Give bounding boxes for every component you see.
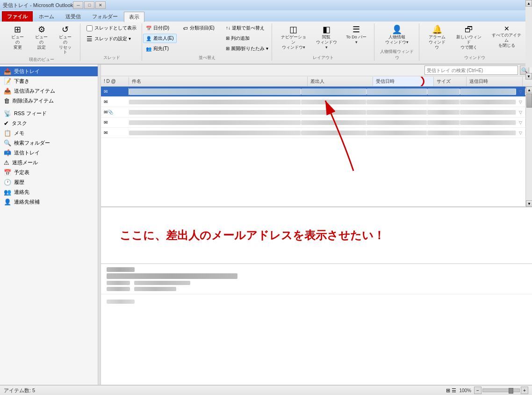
search-bar: 🔍 xyxy=(101,65,532,76)
col-header-sent[interactable]: 送信日時 xyxy=(467,77,523,86)
sort-date-button[interactable]: 📅 日付(D) xyxy=(143,23,176,33)
sidebar-item-memo[interactable]: 📋 メモ xyxy=(0,128,98,138)
search-folders-label: 検索フォルダー xyxy=(14,139,50,146)
email-row[interactable]: ✉ ▽ xyxy=(101,87,525,97)
email-flag-cell[interactable]: ▽ xyxy=(516,88,525,95)
close-all-label: すべてのアイテムを閉じる xyxy=(491,33,522,48)
sort-sender-button[interactable]: 👤 差出人(E) xyxy=(143,34,176,43)
thread-show-label: スレッドとして表示 xyxy=(94,25,137,31)
people-window-button[interactable]: 👤 人物情報ウィンドウ▾ xyxy=(382,23,412,47)
sort-recipient-button[interactable]: 👥 宛先(T) xyxy=(143,44,176,53)
email-flag-cell[interactable]: ▽ xyxy=(516,119,525,126)
deleted-label: 削除済みアイテム xyxy=(13,97,54,104)
thread-settings-button[interactable]: ☰ スレッドの設定 ▾ xyxy=(84,34,139,44)
alarm-button[interactable]: 🔔 アラームウィンドウ xyxy=(424,23,450,51)
sort-category-button[interactable]: 🏷 分類項目(E) xyxy=(180,23,217,33)
sidebar-item-search-folders[interactable]: 🔍 検索フォルダー xyxy=(0,138,98,148)
alarm-label: アラームウィンドウ xyxy=(427,35,447,50)
reading-window-button[interactable]: ◧ 閲覧ウィンドウ▾ xyxy=(312,23,340,51)
email-row[interactable]: ✉ ▽ xyxy=(101,117,525,128)
sidebar-item-deleted[interactable]: 🗑 削除済みアイテム xyxy=(0,96,98,106)
email-list-wrapper: ✉ ▽ ✉ xyxy=(101,87,532,207)
tab-file[interactable]: ファイル xyxy=(2,11,33,22)
email-size-cell xyxy=(427,120,460,125)
view-settings-icon: ⚙ xyxy=(38,25,45,34)
scroll-thumb[interactable] xyxy=(526,94,532,108)
expand-collapse-button[interactable]: ⊞ 展開/折りたたみ ▾ xyxy=(223,44,271,53)
sidebar-item-outbox[interactable]: 📫 送信トレイ xyxy=(0,148,98,158)
zoom-thumb[interactable] xyxy=(509,388,513,394)
new-window-button[interactable]: 🗗 新しいウィンドウで開く xyxy=(452,23,486,51)
sidebar-item-inbox[interactable]: 📥 受信トレイ xyxy=(0,66,98,76)
col-header-subject[interactable]: 件名 xyxy=(129,77,308,86)
view-reset-label: ビューのリセット xyxy=(58,35,73,55)
thread-show-button[interactable]: スレッドとして表示 xyxy=(84,23,139,33)
rss-label: RSS フィード xyxy=(14,110,47,117)
search-input[interactable] xyxy=(424,66,518,75)
close-all-button[interactable]: ✕ すべてのアイテムを閉じる xyxy=(488,23,525,50)
col-header-icons[interactable]: ! D @ xyxy=(101,77,129,85)
sidebar-item-history[interactable]: 🕐 履歴 xyxy=(0,177,98,187)
maximize-button[interactable]: □ xyxy=(84,1,94,9)
calendar-icon: 📅 xyxy=(4,169,11,176)
todo-bar-button[interactable]: ☰ To Do バー▾ xyxy=(343,23,370,47)
email-row[interactable]: ✉ ▽ xyxy=(101,128,525,138)
tab-home[interactable]: ホーム xyxy=(34,11,59,22)
col-header-size[interactable]: サイズ xyxy=(434,77,467,86)
inbox-icon: 📥 xyxy=(4,68,11,75)
scroll-up-button[interactable]: ▲ xyxy=(526,87,532,93)
email-received-cell xyxy=(367,100,427,104)
rss-icon: 📡 xyxy=(4,110,11,117)
sidebar-item-drafts[interactable]: 📝 下書き xyxy=(0,76,98,86)
col-header-from[interactable]: 差出人 xyxy=(308,77,373,86)
email-row[interactable]: ✉📎 ▽ xyxy=(101,107,525,117)
ribbon-group-people: 👤 人物情報ウィンドウ▾ 人物情報ウィンドウ xyxy=(375,23,419,61)
new-window-label: 新しいウィンドウで開く xyxy=(455,35,482,50)
view-change-button[interactable]: ⊞ ビューの変更 xyxy=(7,23,29,51)
sidebar-item-calendar[interactable]: 📅 予定表 xyxy=(0,168,98,177)
zoom-in-button[interactable]: + xyxy=(521,387,528,394)
email-from-cell xyxy=(301,100,367,104)
email-size-cell xyxy=(427,110,460,115)
sidebar-item-contacts-suggested[interactable]: 👤 連絡先候補 xyxy=(0,197,98,207)
zoom-out-button[interactable]: − xyxy=(474,387,482,394)
email-flag-cell[interactable]: ▽ xyxy=(516,109,525,116)
nav-window-button[interactable]: ◫ ナビゲーションウィンドウ▾ xyxy=(277,23,310,51)
email-row[interactable]: ✉ ▽ xyxy=(101,97,525,107)
ribbon-group-layout: ◫ ナビゲーションウィンドウ▾ ◧ 閲覧ウィンドウ▾ ☰ To Do バー▾ レ… xyxy=(273,23,374,61)
contacts-label: 連絡先 xyxy=(14,189,29,196)
tab-folder[interactable]: フォルダー xyxy=(87,11,123,22)
tab-send-receive[interactable]: 送受信 xyxy=(60,11,86,22)
sidebar-item-rss[interactable]: 📡 RSS フィード xyxy=(0,109,98,118)
contacts-suggested-label: 連絡先候補 xyxy=(14,198,40,205)
sidebar-item-junk[interactable]: ⚠ 迷惑メール xyxy=(0,158,98,168)
sidebar-item-sent[interactable]: 📤 送信済みアイテム xyxy=(0,86,98,96)
email-flag-cell[interactable]: ▽ xyxy=(516,130,525,136)
thread-show-checkbox[interactable] xyxy=(86,25,93,31)
col-header-flag[interactable] xyxy=(523,80,532,83)
search-folders-icon: 🔍 xyxy=(4,139,11,146)
view-settings-button[interactable]: ⚙ ビューの設定 xyxy=(30,23,52,51)
preview-from xyxy=(107,267,526,272)
email-sent-cell xyxy=(460,120,516,125)
window-buttons: 🔔 アラームウィンドウ 🗗 新しいウィンドウで開く ✕ すべてのアイテムを閉じる xyxy=(424,23,525,55)
scroll-down-button[interactable]: ▼ xyxy=(526,200,532,207)
minimize-button[interactable]: ─ xyxy=(73,1,83,9)
close-button[interactable]: ✕ xyxy=(95,1,106,9)
add-column-button[interactable]: ⊞ 列の追加 xyxy=(223,34,271,43)
sidebar-item-contacts[interactable]: 👥 連絡先 xyxy=(0,187,98,197)
col-header-received[interactable]: 受信日時 xyxy=(373,77,434,86)
preview-meta2 xyxy=(107,286,526,291)
sidebar-item-tasks[interactable]: ✔ タスク xyxy=(0,118,98,128)
todo-bar-icon: ☰ xyxy=(352,25,360,34)
email-size-cell xyxy=(427,131,460,135)
zoom-slider[interactable] xyxy=(482,388,520,392)
sort-reverse-button[interactable]: ↑↓ 逆順で並べ替え xyxy=(223,23,271,33)
tab-view[interactable]: 表示 xyxy=(124,12,144,22)
email-flag-cell[interactable]: ▽ xyxy=(516,99,525,105)
view-reset-icon: ↺ xyxy=(62,25,69,34)
sort-date-label: 日付(D) xyxy=(153,25,169,31)
email-icon: ✉ xyxy=(104,130,108,135)
email-list-scrollbar[interactable]: ▲ ▼ xyxy=(525,87,532,207)
view-reset-button[interactable]: ↺ ビューのリセット xyxy=(54,23,76,57)
